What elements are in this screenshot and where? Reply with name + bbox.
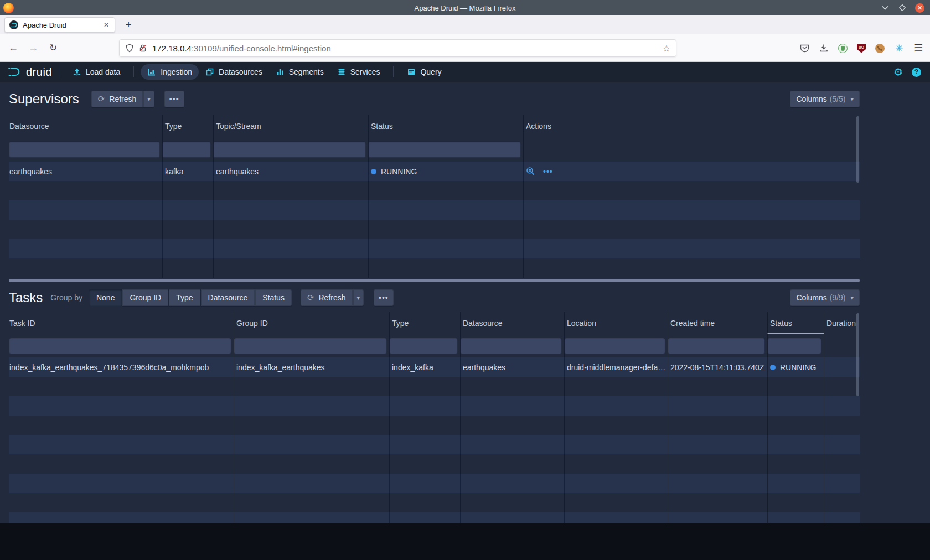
nav-item-segments[interactable]: Segments	[269, 64, 330, 80]
tasks-columns-button[interactable]: Columns (9/9) ▾	[790, 289, 860, 306]
col-header-duration[interactable]: Duration	[824, 312, 860, 334]
running-status-dot	[770, 365, 776, 370]
filter-input-status[interactable]	[767, 338, 822, 354]
nav-item-query[interactable]: Query	[400, 64, 448, 80]
supervisors-refresh-button[interactable]: ⟳ Refresh	[91, 91, 143, 107]
supervisor-row[interactable]: earthquakes kafka earthquakes RUNNING ••…	[9, 162, 860, 181]
filter-input-datasource[interactable]	[9, 141, 160, 158]
url-bar[interactable]: 172.18.0.4:30109/unified-console.html#in…	[119, 39, 676, 57]
filter-input-group-id[interactable]	[234, 338, 387, 354]
cell-actions: •••	[523, 167, 860, 176]
filter-input-task-id[interactable]	[9, 338, 231, 354]
group-by-type-button[interactable]: Type	[169, 289, 200, 306]
tasks-vertical-scrollbar[interactable]	[856, 313, 859, 396]
group-by-none-button[interactable]: None	[89, 289, 122, 306]
forward-button[interactable]: →	[25, 40, 41, 56]
downloads-icon[interactable]	[819, 43, 829, 53]
window-minimize-button[interactable]	[881, 3, 890, 12]
filter-input-topic-stream[interactable]	[213, 141, 366, 158]
filter-input-type[interactable]	[162, 141, 211, 158]
columns-count: (9/9)	[830, 293, 846, 302]
group-by-status-button[interactable]: Status	[255, 289, 292, 306]
new-tab-button[interactable]: +	[121, 17, 136, 33]
url-text: 172.18.0.4:30109/unified-console.html#in…	[152, 44, 663, 53]
supervisors-columns-button[interactable]: Columns (5/5) ▾	[790, 91, 860, 107]
columns-count: (5/5)	[830, 95, 846, 103]
cookie-extension-icon[interactable]	[875, 44, 885, 53]
druid-navbar: druid Load data Ingestion Datasources Se	[0, 62, 930, 82]
nav-item-services[interactable]: Services	[330, 64, 387, 80]
extension-asterisk-icon[interactable]: ✳	[894, 43, 904, 53]
segments-icon	[276, 68, 285, 76]
hamburger-menu-icon[interactable]: ☰	[913, 43, 923, 53]
pocket-icon[interactable]	[799, 43, 809, 53]
brand-text: druid	[26, 66, 52, 79]
filter-input-status[interactable]	[368, 141, 521, 158]
col-header-group-id[interactable]: Group ID	[234, 312, 389, 334]
druid-logo-icon	[8, 66, 22, 78]
chevron-down-icon: ▾	[357, 294, 360, 302]
col-header-task-id[interactable]: Task ID	[9, 312, 234, 334]
cell-created-time: 2022-08-15T14:11:03.740Z	[668, 363, 767, 372]
col-header-created-time[interactable]: Created time	[668, 312, 767, 334]
nav-item-ingestion[interactable]: Ingestion	[141, 64, 199, 80]
group-by-datasource-button[interactable]: Datasource	[201, 289, 255, 306]
col-header-type[interactable]: Type	[389, 312, 460, 334]
col-header-datasource[interactable]: Datasource	[460, 312, 564, 334]
status-label: RUNNING	[381, 167, 417, 176]
tasks-refresh-caret-button[interactable]: ▾	[353, 289, 364, 306]
view-details-icon[interactable]	[526, 167, 535, 176]
tasks-table: Task ID Group ID Type Datasource Locatio…	[9, 312, 860, 523]
supervisors-horizontal-scrollbar[interactable]	[9, 279, 860, 282]
col-header-status[interactable]: Status	[368, 115, 523, 137]
nav-item-datasources[interactable]: Datasources	[199, 64, 269, 80]
supervisors-vertical-scrollbar[interactable]	[856, 116, 859, 183]
col-header-actions[interactable]: Actions	[523, 115, 860, 137]
query-icon	[407, 68, 416, 76]
task-row[interactable]: index_kafka_earthquakes_7184357396d6c0a_…	[9, 357, 860, 377]
insecure-lock-icon[interactable]	[139, 44, 147, 53]
filter-input-type[interactable]	[389, 338, 458, 354]
window-close-button[interactable]: ✕	[915, 3, 924, 13]
ingestion-icon	[147, 68, 156, 76]
tab-close-icon[interactable]: ✕	[102, 20, 110, 30]
row-actions-more-icon[interactable]: •••	[543, 167, 553, 176]
window-maximize-button[interactable]	[898, 3, 907, 12]
cell-datasource: earthquakes	[460, 363, 564, 372]
reload-button[interactable]: ↻	[45, 40, 61, 56]
bookmark-star-icon[interactable]: ☆	[663, 43, 670, 54]
supervisors-refresh-caret-button[interactable]: ▾	[143, 91, 154, 107]
extension-green-icon[interactable]	[838, 44, 848, 53]
filter-input-created-time[interactable]	[668, 338, 765, 354]
col-header-status-sorted[interactable]: Status	[767, 312, 824, 334]
group-by-group-id-button[interactable]: Group ID	[122, 289, 168, 306]
col-header-type[interactable]: Type	[162, 115, 213, 137]
shield-icon[interactable]	[125, 44, 134, 53]
tab-apache-druid[interactable]: Apache Druid ✕	[4, 17, 115, 33]
tab-bar: Apache Druid ✕ +	[0, 15, 930, 34]
url-host: 172.18.0.4	[152, 44, 192, 53]
services-icon	[337, 68, 346, 76]
tasks-refresh-button[interactable]: ⟳ Refresh	[301, 289, 353, 306]
cell-topic-stream: earthquakes	[213, 167, 368, 176]
window-titlebar: Apache Druid — Mozilla Firefox ✕	[0, 0, 930, 15]
supervisors-empty-rows	[9, 181, 860, 278]
ublock-origin-icon[interactable]: uO	[857, 44, 866, 53]
filter-input-datasource[interactable]	[460, 338, 562, 354]
tasks-more-button[interactable]: •••	[374, 289, 394, 306]
tasks-table-header: Task ID Group ID Type Datasource Locatio…	[9, 312, 860, 334]
supervisors-more-button[interactable]: •••	[164, 91, 184, 107]
col-header-location[interactable]: Location	[564, 312, 668, 334]
filter-input-location[interactable]	[564, 338, 665, 354]
back-button[interactable]: ←	[6, 40, 21, 56]
cell-location: druid-middlemanager-defaul...	[564, 363, 668, 372]
nav-item-load-data[interactable]: Load data	[66, 64, 127, 80]
status-label: RUNNING	[780, 363, 816, 372]
refresh-icon: ⟳	[307, 293, 314, 303]
cell-task-id: index_kafka_earthquakes_7184357396d6c0a_…	[9, 363, 234, 372]
col-header-datasource[interactable]: Datasource	[9, 115, 162, 137]
help-icon[interactable]: ?	[912, 68, 921, 77]
settings-gear-icon[interactable]: ⚙	[893, 67, 903, 77]
col-header-topic-stream[interactable]: Topic/Stream	[213, 115, 368, 137]
druid-logo[interactable]: druid	[8, 66, 52, 79]
